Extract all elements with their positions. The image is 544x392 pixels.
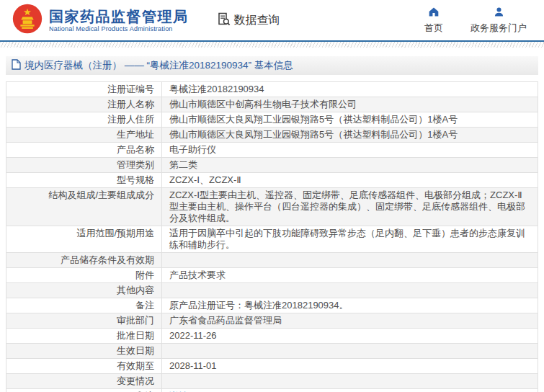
field-label-text: 适用范围/预期用途 (76, 228, 154, 239)
field-label-text: 产品储存条件及有效期 (61, 254, 154, 265)
table-row: 批准日期 2022-11-26 (6, 329, 538, 344)
table-row: 注册证编号 粤械注准20182190934 (6, 82, 538, 97)
field-label-text: 结构及组成/主要组成成分 (48, 190, 154, 200)
agency-logo-group: 国家药品监督管理局 National Medical Products Admi… (12, 3, 189, 37)
nmpa-emblem-icon (12, 3, 43, 37)
nav-home-label: 首页 (424, 22, 443, 35)
table-row: 产品储存条件及有效期 (6, 253, 538, 268)
field-value-text: 佛山市顺德区大良凤翔工业园银翔路5号（祺达塑料制品公司）1楼A号 (169, 129, 458, 140)
document-icon (12, 59, 21, 72)
field-label: 附件 (6, 268, 162, 282)
field-value: 粤械注准20182190934 (162, 82, 538, 97)
table-row: 产品名称 电子助行仪 (6, 143, 538, 158)
field-value-text: 粤械注准20182190934 (169, 84, 264, 94)
agency-name-cn: 国家药品监督管理局 (49, 9, 189, 24)
field-value-text: 适用于因脑卒中引起的下肢功能障碍致异常步态（足内翻、足下垂）患者的步态康复训练和… (169, 228, 525, 250)
user-icon (494, 6, 504, 19)
field-label: 注册人住所 (6, 112, 162, 127)
field-value-text: 电子助行仪 (169, 144, 216, 155)
table-row: 变更情况 (6, 374, 538, 389)
field-value-text: ZCZX-Ⅰ、ZCZX-Ⅱ (169, 174, 241, 185)
field-label: 结构及组成/主要组成成分 (6, 188, 162, 226)
home-icon (428, 6, 440, 19)
table-row: 注册人住所 佛山市顺德区大良凤翔工业园银翔路5号（祺达塑料制品公司）1楼A号 (6, 112, 538, 128)
field-value: 原产品注册证号：粤械注准20182190934。 (162, 298, 538, 313)
field-value: 第二类 (162, 158, 538, 172)
field-value: 佛山市顺德区大良凤翔工业园银翔路5号（祺达塑料制品公司）1楼A号 (162, 112, 538, 127)
field-value: 2022-11-26 (162, 329, 538, 343)
table-row: 审批部门 广东省食品药品监督管理局 (6, 313, 538, 329)
field-label-text: 产品名称 (117, 144, 154, 155)
field-label-text: 型号规格 (117, 174, 154, 185)
field-label: 产品名称 (6, 143, 162, 157)
field-value: ZCZX-Ⅰ、ZCZX-Ⅱ (162, 173, 538, 187)
field-label: 注册人名称 (6, 97, 162, 112)
agency-name-en: National Medical Products Administration (49, 25, 189, 32)
field-label: 产品储存条件及有效期 (6, 253, 162, 267)
data-query-label: 数据查询 (234, 13, 280, 28)
table-row: 有效期至 2028-11-01 (6, 359, 538, 374)
hatch-texture-band (0, 42, 544, 48)
field-label-text: 附件 (135, 270, 154, 280)
document-search-icon (216, 12, 231, 29)
field-label-text: 有效期至 (117, 360, 154, 371)
data-query-link[interactable]: 数据查询 (216, 12, 280, 29)
field-value (162, 374, 538, 388)
field-label: 注册证编号 (6, 82, 162, 97)
field-label-text: 管理类别 (117, 159, 154, 170)
nav-portal-label: 政务服务门户 (471, 22, 527, 35)
top-nav: 首页 政务服务门户 (424, 6, 527, 35)
field-label: 生效日期 (6, 344, 162, 358)
field-value-text: 2022-11-26 (169, 330, 217, 341)
field-value: ZCZX-Ⅰ型主要由主机、遥控器、固定绑带、足底传感器组件、电极部分组成；ZCZ… (162, 188, 538, 226)
field-value-text: 产品技术要求 (169, 270, 226, 280)
nav-gov-portal[interactable]: 政务服务门户 (471, 6, 527, 35)
field-value: 电子助行仪 (162, 143, 538, 157)
field-value: 详情 (162, 389, 538, 392)
field-label-text: 注册人名称 (107, 99, 154, 110)
field-value: 广东省食品药品监督管理局 (162, 313, 538, 328)
field-value (162, 253, 538, 267)
field-value: 产品技术要求 (162, 268, 538, 282)
site-header: 国家药品监督管理局 National Medical Products Admi… (0, 0, 544, 40)
table-row: 注 详情 (6, 389, 538, 392)
field-label-text: 生效日期 (117, 345, 154, 356)
table-row: 注册人名称 佛山市顺德区中创高科生物电子技术有限公司 (6, 97, 538, 112)
field-label: 批准日期 (6, 329, 162, 343)
field-label: 适用范围/预期用途 (6, 226, 162, 252)
table-row: 其他内容 (6, 283, 538, 298)
field-value (162, 344, 538, 358)
field-label-text: 其他内容 (117, 285, 154, 295)
field-value-text: 佛山市顺德区大良凤翔工业园银翔路5号（祺达塑料制品公司）1楼A号 (169, 114, 458, 125)
nav-home[interactable]: 首页 (424, 6, 443, 35)
field-label: 变更情况 (6, 374, 162, 388)
table-row: 型号规格 ZCZX-Ⅰ、ZCZX-Ⅱ (6, 173, 538, 188)
field-label: 其他内容 (6, 283, 162, 298)
agency-title: 国家药品监督管理局 National Medical Products Admi… (49, 9, 189, 32)
table-row: 生产地址 佛山市顺德区大良凤翔工业园银翔路5号（祺达塑料制品公司）1楼A号 (6, 128, 538, 143)
field-label-text: 批准日期 (117, 330, 154, 341)
field-value: 适用于因脑卒中引起的下肢功能障碍致异常步态（足内翻、足下垂）患者的步态康复训练和… (162, 226, 538, 252)
field-label: 注 (6, 389, 162, 392)
table-row: 生效日期 (6, 344, 538, 359)
field-value-text: 原产品注册证号：粤械注准20182190934。 (169, 300, 349, 311)
field-value (162, 283, 538, 298)
table-row: 附件 产品技术要求 (6, 268, 538, 283)
field-label: 审批部门 (6, 313, 162, 328)
page-title: 境内医疗器械（注册） —— “粤械注准20182190934” 基本信息 (6, 56, 538, 75)
table-row: 结构及组成/主要组成成分 ZCZX-Ⅰ型主要由主机、遥控器、固定绑带、足底传感器… (6, 188, 538, 226)
field-value: 佛山市顺德区中创高科生物电子技术有限公司 (162, 97, 538, 112)
table-row: 管理类别 第二类 (6, 158, 538, 173)
field-label-text: 审批部门 (117, 315, 154, 326)
field-value-text: ZCZX-Ⅰ型主要由主机、遥控器、固定绑带、足底传感器组件、电极部分组成；ZCZ… (169, 190, 525, 223)
table-row: 备注 原产品注册证号：粤械注准20182190934。 (6, 298, 538, 313)
field-label-text: 变更情况 (117, 375, 154, 386)
field-label: 型号规格 (6, 173, 162, 187)
field-value: 佛山市顺德区大良凤翔工业园银翔路5号（祺达塑料制品公司）1楼A号 (162, 128, 538, 142)
field-label-text: 注册证编号 (107, 84, 154, 94)
field-value: 2028-11-01 (162, 359, 538, 373)
field-value-text: 广东省食品药品监督管理局 (169, 315, 282, 326)
field-label: 生产地址 (6, 128, 162, 142)
page-title-text: 境内医疗器械（注册） —— “粤械注准20182190934” 基本信息 (24, 59, 293, 72)
field-label-text: 备注 (135, 300, 154, 311)
